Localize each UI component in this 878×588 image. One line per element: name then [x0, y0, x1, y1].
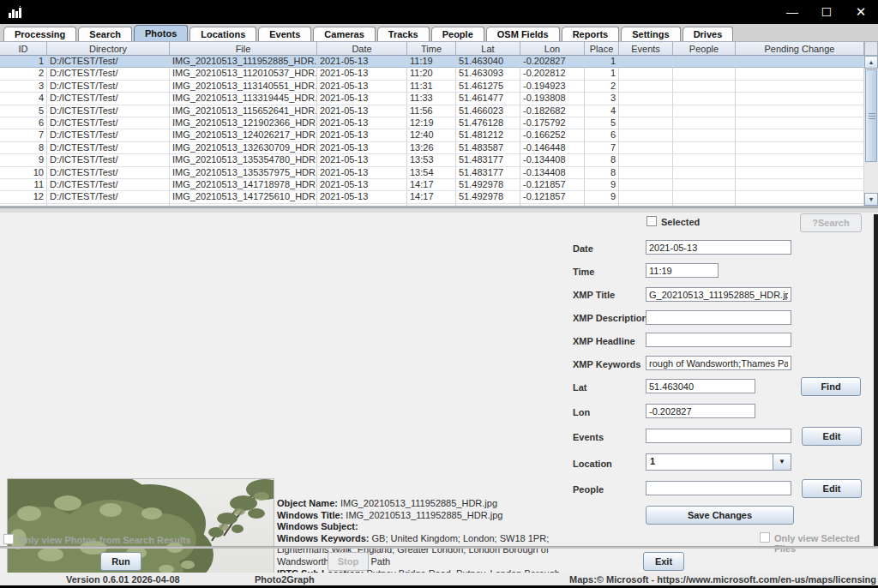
cell-place: 8 — [585, 167, 619, 179]
cell-directory: D:/ICTEST/Test/ — [47, 191, 170, 203]
maps-attribution-text: Maps:© Microsoft - https://www.microsoft… — [569, 574, 876, 585]
location-label: Location — [573, 459, 612, 469]
tab-drives[interactable]: Drives — [683, 27, 734, 41]
edit-people-button[interactable]: Edit — [802, 479, 862, 498]
scroll-down-icon[interactable]: ▼ — [864, 193, 878, 206]
table-row[interactable]: 9D:/ICTEST/Test/IMG_20210513_135354780_H… — [0, 154, 864, 166]
column-header-lat[interactable]: Lat — [456, 41, 520, 56]
save-changes-button[interactable]: Save Changes — [646, 506, 794, 525]
lon-input[interactable] — [646, 404, 755, 418]
table-row[interactable]: 8D:/ICTEST/Test/IMG_20210513_132630709_H… — [0, 142, 864, 154]
cell-pending-change — [736, 129, 864, 141]
table-scrollbar[interactable]: ▲ ▼ — [864, 41, 878, 206]
tab-locations[interactable]: Locations — [189, 27, 256, 41]
cell-place: 1 — [585, 56, 619, 68]
cell-time: 14:17 — [407, 191, 456, 203]
location-combobox[interactable]: 1 ▼ — [646, 453, 791, 471]
stop-button[interactable]: Stop — [328, 552, 369, 571]
cell-lat: 51.466023 — [456, 105, 520, 117]
scrollbar-thumb[interactable] — [865, 69, 877, 162]
table-row[interactable]: 10D:/ICTEST/Test/IMG_20210513_135357975_… — [0, 167, 864, 179]
cell-events — [619, 56, 673, 68]
edit-events-button[interactable]: Edit — [802, 427, 862, 446]
cell-file: IMG_20210513_113140551_HDR... — [170, 81, 317, 93]
tab-cameras[interactable]: Cameras — [313, 27, 375, 41]
cell-place: 9 — [585, 179, 619, 191]
tab-processing[interactable]: Processing — [3, 27, 76, 41]
cell-date: 2021-05-13 — [317, 142, 407, 154]
find-button[interactable]: Find — [801, 377, 861, 396]
table-row[interactable]: 2D:/ICTEST/Test/IMG_20210513_112010537_H… — [0, 68, 864, 80]
cell-place: 5 — [585, 117, 619, 129]
maximize-button[interactable]: ☐ — [809, 0, 844, 24]
only-search-results-checkbox[interactable] — [3, 534, 14, 544]
column-header-place[interactable]: Place — [585, 41, 619, 56]
only-selected-files-checkbox[interactable] — [760, 532, 770, 543]
time-input[interactable] — [646, 263, 719, 278]
xmp-headline-input[interactable] — [646, 333, 791, 347]
date-input[interactable] — [646, 240, 791, 255]
cell-pending-change — [736, 105, 864, 117]
cell-directory: D:/ICTEST/Test/ — [47, 105, 170, 117]
scroll-up-icon[interactable]: ▲ — [864, 56, 878, 69]
table-row[interactable]: 11D:/ICTEST/Test/IMG_20210513_141718978_… — [0, 179, 864, 191]
chevron-down-icon[interactable]: ▼ — [773, 454, 791, 470]
xmp-keywords-input[interactable] — [646, 356, 791, 370]
cell-place: 2 — [585, 81, 619, 93]
cell-date: 2021-05-13 — [317, 179, 407, 191]
column-header-date[interactable]: Date — [317, 41, 407, 56]
window-right-edge — [874, 214, 878, 549]
people-input[interactable] — [646, 481, 791, 495]
xmp-description-input[interactable] — [646, 310, 791, 325]
tab-people[interactable]: People — [431, 27, 484, 41]
column-header-people[interactable]: People — [673, 41, 736, 56]
table-row[interactable]: 12D:/ICTEST/Test/IMG_20210513_141725610_… — [0, 191, 864, 203]
cell-date: 2021-05-13 — [317, 68, 407, 80]
cell-file: IMG_20210513_124026217_HDR... — [170, 129, 317, 141]
cell-lon: -0.175792 — [520, 117, 585, 129]
table-body: 1D:/ICTEST/Test/IMG_20210513_111952885_H… — [0, 56, 864, 206]
tab-events[interactable]: Events — [258, 27, 311, 41]
tab-osm-fields[interactable]: OSM Fields — [486, 27, 560, 41]
scrollbar-corner — [864, 41, 878, 56]
table-row[interactable]: 4D:/ICTEST/Test/IMG_20210513_113319445_H… — [0, 93, 864, 105]
tab-settings[interactable]: Settings — [621, 27, 680, 41]
column-header-id[interactable]: ID — [0, 41, 47, 56]
app-name-text: Photo2Graph — [255, 574, 315, 585]
cell-id: 12 — [0, 191, 47, 203]
selected-checkbox[interactable] — [646, 216, 657, 226]
column-header-pending-change[interactable]: Pending Change — [736, 41, 864, 56]
column-header-file[interactable]: File — [170, 41, 317, 56]
cell-events — [619, 142, 673, 154]
cell-file: IMG_20210513_111952885_HDR... — [170, 56, 317, 68]
tab-photos[interactable]: Photos — [134, 25, 188, 41]
column-header-time[interactable]: Time — [407, 41, 456, 56]
column-header-lon[interactable]: Lon — [520, 41, 585, 56]
column-header-directory[interactable]: Directory — [47, 41, 170, 56]
minimize-button[interactable]: — — [775, 0, 809, 24]
table-row[interactable]: 1D:/ICTEST/Test/IMG_20210513_111952885_H… — [0, 56, 864, 68]
events-input[interactable] — [646, 429, 791, 443]
cell-lat: 51.481212 — [456, 129, 520, 141]
cell-lon: -0.193808 — [520, 93, 585, 105]
cell-events — [619, 154, 673, 166]
tab-search[interactable]: Search — [78, 27, 132, 41]
xmp-title-input[interactable] — [646, 287, 791, 302]
search-button[interactable]: ?Search — [800, 213, 862, 232]
table-row[interactable]: 5D:/ICTEST/Test/IMG_20210513_115652641_H… — [0, 105, 864, 117]
tab-reports[interactable]: Reports — [562, 27, 620, 41]
table-row[interactable]: 6D:/ICTEST/Test/IMG_20210513_121902366_H… — [0, 117, 864, 129]
time-label: Time — [573, 267, 594, 277]
table-row[interactable]: 7D:/ICTEST/Test/IMG_20210513_124026217_H… — [0, 129, 864, 141]
cell-lat: 51.492978 — [456, 179, 520, 191]
run-button[interactable]: Run — [100, 552, 141, 571]
close-button[interactable]: ✕ — [844, 0, 878, 24]
cell-people — [673, 56, 736, 68]
cell-id: 7 — [0, 129, 47, 141]
lat-input[interactable] — [646, 379, 755, 393]
exit-button[interactable]: Exit — [643, 552, 684, 571]
table-row[interactable]: 3D:/ICTEST/Test/IMG_20210513_113140551_H… — [0, 81, 864, 93]
column-header-events[interactable]: Events — [619, 41, 673, 56]
tab-tracks[interactable]: Tracks — [377, 27, 430, 41]
cell-events — [619, 81, 673, 93]
